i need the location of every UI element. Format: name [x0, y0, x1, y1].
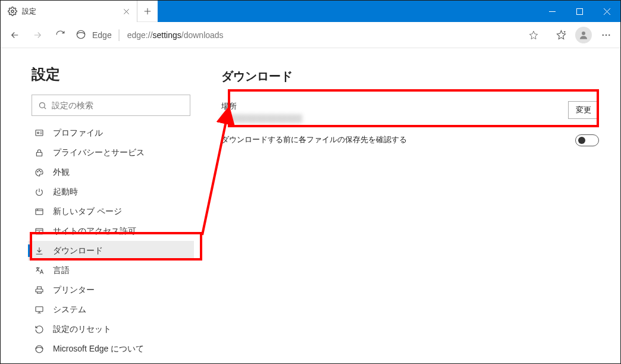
favorites-button[interactable] [550, 24, 572, 46]
sidebar-item-printer[interactable]: プリンター [28, 280, 194, 300]
location-path: ████████████████ [221, 114, 568, 123]
sidebar-item-label: ダウンロード [53, 246, 103, 256]
sidebar-item-label: 言語 [53, 265, 70, 276]
address-bar[interactable]: Edge │ edge://settings/downloads [74, 26, 547, 45]
titlebar-drag-area [158, 1, 538, 22]
maximize-button[interactable] [566, 1, 593, 22]
tab-title: 設定 [22, 7, 121, 17]
sidebar-item-label: プリンター [53, 285, 95, 296]
language-icon [34, 265, 45, 276]
edge-icon [34, 344, 45, 354]
settings-heading: 設定 [28, 65, 194, 84]
sidebar: 設定 プロファイルプライバシーとサービス外観起動時新しいタブ ページサイトのアク… [1, 48, 200, 363]
sidebar-item-download[interactable]: ダウンロード [28, 241, 194, 261]
profile-icon [34, 128, 45, 139]
newtab-icon [34, 206, 45, 217]
svg-point-17 [36, 346, 43, 353]
location-label: 場所 [221, 101, 568, 112]
svg-point-12 [39, 170, 39, 171]
sidebar-item-system[interactable]: システム [28, 300, 194, 319]
sidebar-item-label: 新しいタブ ページ [53, 206, 122, 217]
reset-icon [34, 324, 45, 335]
titlebar: 設定 [1, 1, 620, 22]
edge-icon [76, 29, 87, 41]
minimize-button[interactable] [538, 1, 566, 22]
sidebar-item-label: システム [53, 305, 86, 315]
gear-icon [8, 7, 17, 16]
sidebar-item-label: Microsoft Edge について [53, 344, 144, 354]
change-location-button[interactable]: 変更 [568, 101, 599, 119]
sidebar-item-label: プライバシーとサービス [53, 148, 145, 158]
lock-icon [34, 148, 45, 158]
sidebar-item-power[interactable]: 起動時 [28, 182, 194, 202]
profile-avatar[interactable] [575, 27, 592, 43]
svg-point-0 [11, 10, 14, 12]
sidebar-item-lock[interactable]: プライバシーとサービス [28, 143, 194, 162]
sidebar-item-label: サイトのアクセス許可 [53, 226, 136, 237]
permissions-icon [34, 226, 45, 237]
ask-before-download-row: ダウンロードする前に各ファイルの保存先を確認する [221, 128, 599, 152]
sidebar-item-newtab[interactable]: 新しいタブ ページ [28, 202, 194, 221]
sidebar-item-language[interactable]: 言語 [28, 261, 194, 280]
toolbar: Edge │ edge://settings/downloads [1, 22, 620, 48]
svg-point-2 [77, 30, 85, 39]
sidebar-item-edge[interactable]: Microsoft Edge について [28, 339, 194, 359]
new-tab-button[interactable] [137, 1, 158, 22]
downloads-heading: ダウンロード [221, 68, 599, 84]
favorite-icon[interactable] [529, 30, 545, 40]
sidebar-item-permissions[interactable]: サイトのアクセス許可 [28, 221, 194, 241]
svg-point-11 [37, 171, 38, 172]
ask-before-download-toggle[interactable] [575, 134, 599, 146]
address-url: edge://settings/downloads [127, 30, 224, 40]
svg-rect-16 [36, 306, 43, 311]
printer-icon [34, 285, 45, 296]
search-icon [38, 101, 47, 110]
svg-rect-10 [36, 152, 42, 156]
close-icon[interactable] [121, 7, 131, 16]
browser-tab[interactable]: 設定 [1, 1, 137, 22]
sidebar-item-label: 設定のリセット [53, 324, 111, 335]
search-input[interactable] [52, 101, 184, 110]
more-button[interactable] [595, 24, 617, 46]
svg-point-9 [37, 132, 39, 134]
svg-point-3 [582, 32, 585, 35]
sidebar-item-label: プロファイル [53, 128, 103, 139]
content: 設定 プロファイルプライバシーとサービス外観起動時新しいタブ ページサイトのアク… [1, 48, 620, 363]
close-window-button[interactable] [593, 1, 620, 22]
system-icon [34, 305, 45, 315]
sidebar-item-profile[interactable]: プロファイル [28, 123, 194, 143]
address-separator: │ [117, 30, 123, 40]
svg-point-5 [606, 34, 607, 35]
sidebar-item-label: 外観 [53, 167, 70, 178]
back-button[interactable] [4, 24, 26, 46]
svg-point-4 [603, 34, 604, 35]
forward-button[interactable] [27, 24, 48, 46]
main-panel: ダウンロード 場所 ████████████████ 変更 ダウンロードする前に… [200, 48, 620, 363]
palette-icon [34, 167, 45, 178]
window-controls [538, 1, 620, 22]
svg-point-13 [40, 171, 41, 172]
settings-search[interactable] [32, 95, 190, 116]
power-icon [34, 187, 45, 197]
settings-nav: プロファイルプライバシーとサービス外観起動時新しいタブ ページサイトのアクセス許… [28, 123, 194, 359]
svg-rect-1 [576, 8, 582, 14]
svg-rect-8 [36, 130, 43, 135]
refresh-button[interactable] [49, 24, 71, 46]
address-scheme-label: Edge [92, 30, 112, 40]
svg-point-7 [40, 102, 45, 108]
sidebar-item-reset[interactable]: 設定のリセット [28, 319, 194, 339]
sidebar-item-label: 起動時 [53, 187, 78, 197]
location-row: 場所 ████████████████ 変更 [221, 95, 599, 128]
sidebar-item-palette[interactable]: 外観 [28, 162, 194, 182]
svg-point-6 [609, 34, 610, 35]
ask-before-download-label: ダウンロードする前に各ファイルの保存先を確認する [221, 134, 575, 145]
svg-rect-14 [36, 209, 43, 214]
download-icon [34, 246, 45, 256]
